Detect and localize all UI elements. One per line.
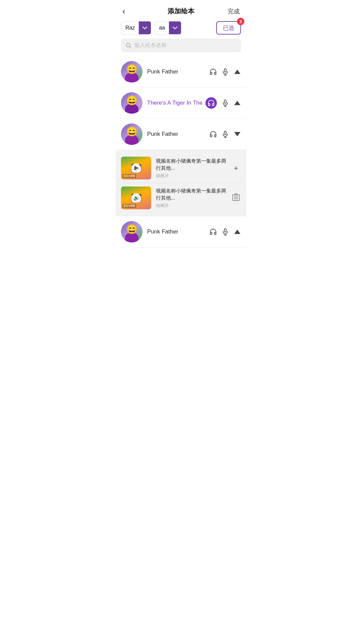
headphone-icon [209, 130, 217, 138]
svg-marker-5 [234, 70, 240, 74]
search-placeholder: 输入绘本名称 [134, 42, 167, 49]
svg-rect-19 [224, 229, 226, 232]
svg-rect-6 [224, 100, 226, 103]
headphone-icon [207, 99, 215, 107]
done-button[interactable]: 完成 [228, 7, 240, 15]
headphone-button[interactable] [209, 130, 217, 138]
headphone-icon [209, 68, 217, 75]
svg-rect-2 [224, 69, 226, 72]
book-info: Punk Father [147, 228, 205, 235]
mic-icon [222, 228, 229, 235]
book-item: Punk Father [116, 56, 246, 88]
mic-button[interactable] [222, 68, 229, 75]
up-arrow-icon [234, 68, 241, 75]
video-info: 视频名称小猪佩奇第一集最多两行其他... 动画片 [156, 157, 226, 179]
mic-icon [222, 68, 229, 75]
svg-rect-10 [224, 131, 226, 135]
book-item: There's A Tiger In The ... [116, 88, 246, 119]
video-thumb-label: 宝贝大讲堂 [122, 174, 136, 178]
up-arrow-icon [234, 228, 241, 235]
book-info: There's A Tiger In The ... [147, 100, 201, 106]
book-title: Punk Father [147, 228, 178, 235]
back-button[interactable]: ‹ [122, 6, 134, 16]
video-title: 视频名称小猪佩奇第一集最多两行其他... [156, 157, 226, 171]
mic-button[interactable] [222, 228, 229, 235]
filter-row: Raz aa 已选 3 [116, 21, 246, 39]
trash-icon [232, 193, 240, 201]
video-item: 🐼 宝贝大讲堂 视频名称小猪佩奇第一集最多两行其他... 动画片 ＋ [116, 153, 246, 183]
book-actions [209, 130, 241, 138]
video-thumbnail: 🐼 宝贝大讲堂 [121, 157, 151, 179]
svg-marker-9 [234, 101, 240, 105]
up-arrow-button[interactable] [234, 228, 241, 235]
book-title: Punk Father [147, 131, 178, 137]
video-thumbnail: 🐼 宝贝大讲堂 🔊 [121, 186, 151, 209]
down-arrow-button[interactable] [234, 130, 241, 138]
video-subtitle: 动画片 [156, 203, 226, 209]
mic-button[interactable] [222, 130, 229, 138]
headphone-button[interactable] [209, 68, 217, 75]
book-actions [209, 68, 241, 75]
book-info: Punk Father [147, 68, 205, 75]
video-add-button[interactable]: ＋ [231, 162, 241, 174]
book-avatar [121, 221, 142, 243]
headphone-icon [209, 228, 217, 235]
source-dropdown[interactable]: Raz [121, 21, 151, 35]
mic-icon [222, 99, 229, 107]
up-arrow-icon [234, 99, 241, 107]
book-actions [209, 228, 241, 235]
svg-line-1 [130, 46, 131, 48]
video-delete-button[interactable] [231, 192, 241, 204]
video-section: 🐼 宝贝大讲堂 视频名称小猪佩奇第一集最多两行其他... 动画片 ＋ 🐼 宝贝大… [116, 150, 246, 216]
book-title: There's A Tiger In The ... [147, 100, 209, 106]
book-avatar [121, 92, 142, 114]
svg-marker-22 [234, 230, 240, 234]
mic-icon [222, 130, 229, 138]
down-arrow-icon [234, 130, 241, 138]
sound-button[interactable]: 🔊 [131, 193, 141, 203]
book-list: Punk Father [116, 56, 246, 150]
level-dropdown[interactable]: aa [155, 21, 181, 35]
book-item: Punk Father [116, 216, 246, 248]
book-actions [205, 97, 241, 109]
headphone-button[interactable] [209, 228, 217, 235]
source-dropdown-arrow[interactable] [139, 21, 151, 34]
up-arrow-button[interactable] [234, 68, 241, 75]
level-dropdown-arrow[interactable] [169, 21, 181, 34]
page-title: 添加绘本 [168, 7, 194, 16]
book-avatar [121, 123, 142, 145]
video-item: 🐼 宝贝大讲堂 🔊 视频名称小猪佩奇第一集最多两行其他... 动画片 [116, 183, 246, 213]
book-title: Punk Father [147, 68, 178, 75]
search-bar[interactable]: 输入绘本名称 [121, 39, 241, 52]
selected-button-wrap: 已选 3 [216, 21, 241, 35]
headphone-button-active[interactable] [205, 97, 217, 109]
chevron-down-icon [142, 26, 147, 30]
selected-badge: 3 [237, 18, 244, 25]
book-item: Punk Father [116, 119, 246, 150]
level-label: aa [155, 25, 169, 31]
video-title: 视频名称小猪佩奇第一集最多两行其他... [156, 187, 226, 201]
source-label: Raz [121, 25, 139, 31]
up-arrow-button[interactable] [234, 99, 241, 107]
book-avatar [121, 61, 142, 83]
mic-button[interactable] [222, 99, 229, 107]
video-subtitle: 动画片 [156, 173, 226, 179]
video-thumb-label: 宝贝大讲堂 [122, 204, 136, 208]
play-button[interactable] [131, 163, 141, 173]
chevron-down-icon [173, 26, 177, 30]
header: ‹ 添加绘本 完成 [116, 0, 246, 21]
svg-marker-13 [234, 132, 240, 137]
video-info: 视频名称小猪佩奇第一集最多两行其他... 动画片 [156, 187, 226, 209]
book-info: Punk Father [147, 131, 205, 138]
search-icon [126, 43, 132, 49]
